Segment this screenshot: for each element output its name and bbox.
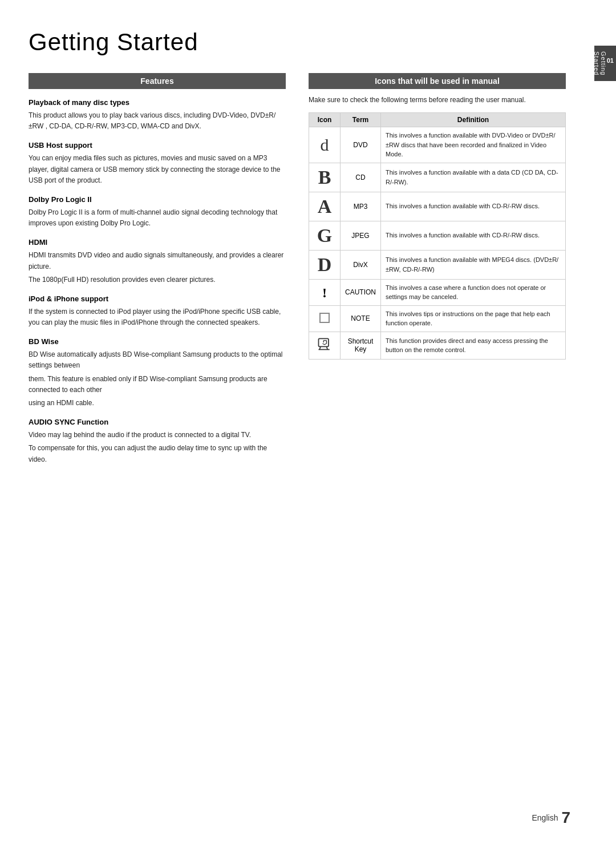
table-row: d DVD This involves a function available… xyxy=(309,127,566,163)
shortcut-icon xyxy=(317,336,333,352)
intro-text: Make sure to check the following terms b… xyxy=(309,95,566,106)
footer-language: English xyxy=(532,813,558,822)
icon-caution: ! xyxy=(309,279,341,305)
page-title: Getting Started xyxy=(29,29,587,56)
table-row: G JPEG This involves a function availabl… xyxy=(309,221,566,250)
icons-header: Icons that will be used in manual xyxy=(309,73,566,89)
right-column: Icons that will be used in manual Make s… xyxy=(309,73,566,467)
feature-title-5: iPod & iPhone support xyxy=(29,294,286,303)
def-mp3: This involves a function available with … xyxy=(381,192,566,221)
term-caution: CAUTION xyxy=(341,279,381,305)
table-row: D DivX This involves a function availabl… xyxy=(309,250,566,279)
icon-note xyxy=(309,305,341,332)
icon-divx: D xyxy=(309,250,341,279)
icon-mp3: A xyxy=(309,192,341,221)
feature-text-6c: using an HDMI cable. xyxy=(29,398,286,409)
feature-text-1: This product allows you to play back var… xyxy=(29,110,286,132)
feature-text-7a: Video may lag behind the audio if the pr… xyxy=(29,430,286,441)
table-row: B CD This involves a function available … xyxy=(309,163,566,192)
table-row: ! CAUTION This involves a case where a f… xyxy=(309,279,566,305)
left-column: Features Playback of many disc types Thi… xyxy=(29,73,286,467)
icon-dvd: d xyxy=(309,127,341,163)
feature-title-6: BD Wise xyxy=(29,337,286,346)
col-definition: Definition xyxy=(381,113,566,127)
feature-text-2: You can enjoy media files such as pictur… xyxy=(29,153,286,186)
def-shortcut: This function provides direct and easy a… xyxy=(381,332,566,359)
feature-text-6a: BD Wise automatically adjusts BD Wise-co… xyxy=(29,349,286,371)
side-tab-number: 01 xyxy=(607,57,614,64)
def-note: This involves tips or instructions on th… xyxy=(381,305,566,332)
term-shortcut: Shortcut Key xyxy=(341,332,381,359)
features-header: Features xyxy=(29,73,286,89)
two-column-layout: Features Playback of many disc types Thi… xyxy=(29,73,566,467)
col-icon: Icon xyxy=(309,113,341,127)
icons-table: Icon Term Definition d DVD This involves… xyxy=(309,112,566,360)
feature-text-6b: them. This feature is enabled only if BD… xyxy=(29,374,286,395)
feature-title-7: AUDIO SYNC Function xyxy=(29,418,286,426)
feature-title-3: Dolby Pro Logic II xyxy=(29,195,286,204)
icon-shortcut xyxy=(309,332,341,359)
term-dvd: DVD xyxy=(341,127,381,163)
feature-text-7b: To compensate for this, you can adjust t… xyxy=(29,443,286,465)
icon-cd: B xyxy=(309,163,341,192)
footer-page-number: 7 xyxy=(561,809,570,827)
feature-text-5: If the system is connected to iPod playe… xyxy=(29,306,286,328)
table-row: NOTE This involves tips or instructions … xyxy=(309,305,566,332)
feature-title-4: HDMI xyxy=(29,238,286,247)
term-mp3: MP3 xyxy=(341,192,381,221)
def-caution: This involves a case where a function do… xyxy=(381,279,566,305)
page-container: 01 GettingStarted Getting Started Featur… xyxy=(0,0,616,844)
def-jpeg: This involves a function available with … xyxy=(381,221,566,250)
page-footer: English 7 xyxy=(532,809,571,827)
term-cd: CD xyxy=(341,163,381,192)
col-term: Term xyxy=(341,113,381,127)
def-cd: This involves a function available with … xyxy=(381,163,566,192)
term-note: NOTE xyxy=(341,305,381,332)
term-jpeg: JPEG xyxy=(341,221,381,250)
feature-text-4b: The 1080p(Full HD) resolution provides e… xyxy=(29,274,286,285)
def-divx: This involves a function available with … xyxy=(381,250,566,279)
term-divx: DivX xyxy=(341,250,381,279)
feature-title-2: USB Host support xyxy=(29,141,286,150)
table-row: Shortcut Key This function provides dire… xyxy=(309,332,566,359)
def-dvd: This involves a function available with … xyxy=(381,127,566,163)
icon-jpeg: G xyxy=(309,221,341,250)
table-row: A MP3 This involves a function available… xyxy=(309,192,566,221)
side-tab-label: GettingStarted xyxy=(593,51,607,75)
table-header-row: Icon Term Definition xyxy=(309,113,566,127)
side-tab: 01 GettingStarted xyxy=(594,46,616,81)
feature-title-1: Playback of many disc types xyxy=(29,98,286,107)
feature-text-4: HDMI transmits DVD video and audio signa… xyxy=(29,250,286,272)
feature-text-3: Dolby Pro Logic II is a form of multi-ch… xyxy=(29,207,286,229)
